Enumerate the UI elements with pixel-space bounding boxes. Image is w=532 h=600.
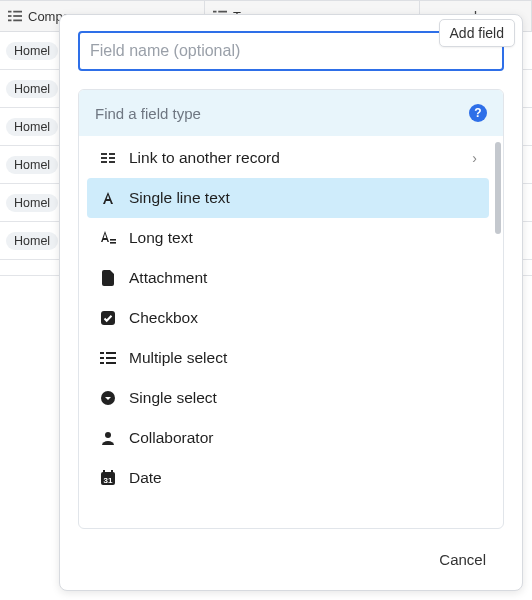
field-type-label: Multiple select (129, 349, 227, 367)
field-type-search-label: Find a field type (95, 105, 201, 122)
field-type-collaborator[interactable]: Collaborator (87, 418, 489, 458)
collaborator-icon (99, 430, 117, 446)
field-type-label: Single select (129, 389, 217, 407)
cell-token: Homel (6, 118, 58, 136)
field-type-date[interactable]: Date (87, 458, 489, 498)
cancel-button[interactable]: Cancel (431, 545, 494, 574)
multiselect-icon (99, 350, 117, 366)
field-type-label: Attachment (129, 269, 207, 287)
multiselect-icon (8, 9, 22, 23)
field-type-label: Checkbox (129, 309, 198, 327)
cell-token: Homel (6, 42, 58, 60)
help-icon[interactable]: ? (469, 104, 487, 122)
checkbox-icon (99, 310, 117, 326)
long-text-icon (99, 230, 117, 246)
chevron-right-icon: › (472, 150, 477, 166)
attachment-icon (99, 270, 117, 286)
date-icon (99, 470, 117, 486)
field-type-label: Date (129, 469, 162, 487)
field-type-label: Single line text (129, 189, 230, 207)
text-icon (99, 190, 117, 206)
add-field-tooltip: Add field (439, 19, 515, 47)
field-type-link[interactable]: Link to another record › (87, 138, 489, 178)
field-type-checkbox[interactable]: Checkbox (87, 298, 489, 338)
field-type-long-text[interactable]: Long text (87, 218, 489, 258)
dialog-footer: Cancel (78, 529, 504, 584)
single-select-icon (99, 390, 117, 406)
field-type-label: Collaborator (129, 429, 213, 447)
field-type-multiple-select[interactable]: Multiple select (87, 338, 489, 378)
field-type-single-select[interactable]: Single select (87, 378, 489, 418)
field-type-panel: Find a field type ? Link to another reco… (78, 89, 504, 529)
cell-token: Homel (6, 80, 58, 98)
link-record-icon (99, 150, 117, 166)
field-type-attachment[interactable]: Attachment (87, 258, 489, 298)
field-type-label: Link to another record (129, 149, 280, 167)
cell-token: Homel (6, 156, 58, 174)
tooltip-text: Add field (450, 25, 504, 41)
field-type-single-line-text[interactable]: Single line text (87, 178, 489, 218)
add-field-dialog: Find a field type ? Link to another reco… (59, 14, 523, 591)
field-type-label: Long text (129, 229, 193, 247)
field-type-search[interactable]: Find a field type ? (79, 90, 503, 136)
cell-token: Homel (6, 232, 58, 250)
scrollbar[interactable] (495, 142, 501, 234)
cell-token: Homel (6, 194, 58, 212)
field-type-list[interactable]: Link to another record › Single line tex… (79, 136, 503, 528)
